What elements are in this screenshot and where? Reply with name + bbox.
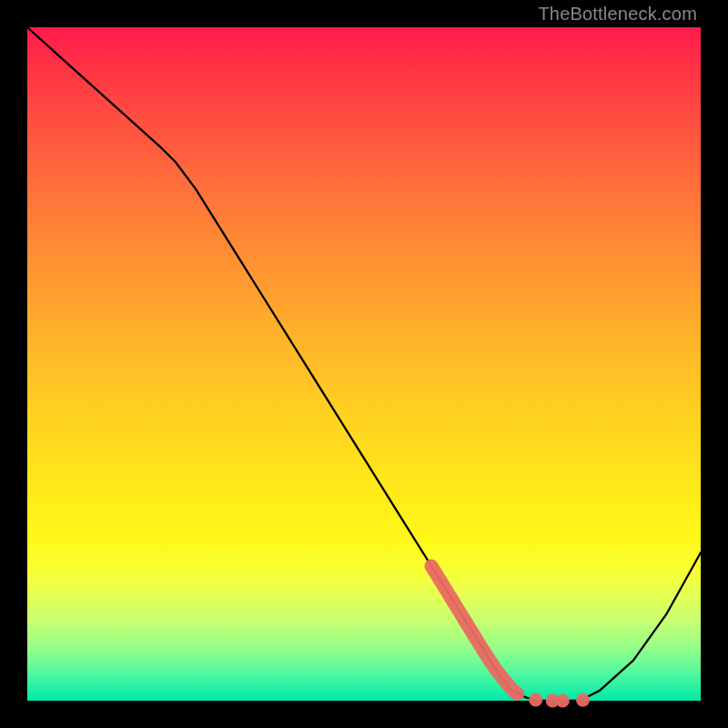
highlight-segment-stroke [431,566,518,694]
bottleneck-curve [27,27,701,701]
highlight-dot [576,693,590,707]
highlight-flat-dots [529,693,590,707]
highlight-dot [529,693,542,706]
chart-frame: TheBottleneck.com [0,0,728,728]
highlight-segment [431,566,518,694]
watermark-text: TheBottleneck.com [538,4,697,25]
highlight-dot [556,694,570,708]
plot-area [27,27,701,701]
curve-layer [27,27,701,701]
